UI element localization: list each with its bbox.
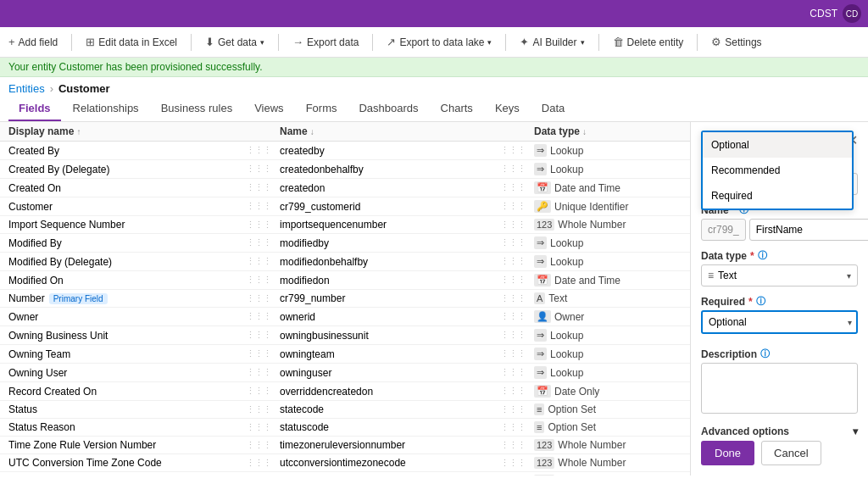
tab-data[interactable]: Data [531,97,575,121]
drag-handle-2[interactable]: ⋮⋮⋮ [500,348,534,359]
drag-handle[interactable]: ⋮⋮⋮ [246,422,280,433]
toolbar-separator-6 [598,34,599,51]
table-row[interactable]: Version Number ⋮⋮⋮ versionnumber ⋮⋮⋮ ###… [0,472,690,476]
table-row[interactable]: Owner ⋮⋮⋮ ownerid ⋮⋮⋮ 👤Owner Standard ✓ [0,308,690,326]
drag-handle-2[interactable]: ⋮⋮⋮ [500,220,534,231]
delete-entity-button[interactable]: 🗑 Delete entity [613,36,684,48]
info-required-icon[interactable]: ⓘ [756,295,765,308]
table-row[interactable]: UTC Conversion Time Zone Code ⋮⋮⋮ utccon… [0,454,690,472]
drag-handle[interactable]: ⋮⋮⋮ [246,201,280,212]
table-row[interactable]: Created By ⋮⋮⋮ createdby ⋮⋮⋮ ⇒Lookup Sta… [0,142,690,160]
add-field-button[interactable]: + Add field [8,36,58,48]
tab-keys[interactable]: Keys [485,97,530,121]
drag-handle-2[interactable]: ⋮⋮⋮ [500,145,534,156]
table-row[interactable]: Created By (Delegate) ⋮⋮⋮ createdonbehal… [0,160,690,179]
data-type-field[interactable]: ≡ Text ▾ [701,264,858,287]
export-data-button[interactable]: → Export data [292,36,359,48]
drag-handle[interactable]: ⋮⋮⋮ [246,330,280,341]
dropdown-optional[interactable]: Optional [703,132,852,158]
ai-builder-button[interactable]: ✦ AI Builder ▾ [520,36,584,48]
drag-handle[interactable]: ⋮⋮⋮ [246,440,280,451]
required-select[interactable]: Optional Recommended Required [701,310,858,334]
drag-handle[interactable]: ⋮⋮⋮ [246,348,280,359]
table-row[interactable]: Modified By (Delegate) ⋮⋮⋮ modifiedonbeh… [0,253,690,271]
tab-views[interactable]: Views [244,97,293,121]
export-lake-button[interactable]: ↗ Export to data lake ▾ [387,36,492,48]
drag-handle-2[interactable]: ⋮⋮⋮ [500,386,534,397]
table-row[interactable]: Status Reason ⋮⋮⋮ statuscode ⋮⋮⋮ ≡Option… [0,419,690,437]
drag-handle-2[interactable]: ⋮⋮⋮ [500,458,534,469]
drag-handle[interactable]: ⋮⋮⋮ [246,237,280,248]
info-dtype-icon[interactable]: ⓘ [758,249,767,262]
drag-handle[interactable]: ⋮⋮⋮ [246,404,280,415]
drag-handle[interactable]: ⋮⋮⋮ [246,476,280,476]
done-button[interactable]: Done [701,441,754,465]
table-row[interactable]: Modified By ⋮⋮⋮ modifiedby ⋮⋮⋮ ⇒Lookup S… [0,234,690,253]
drag-handle-2[interactable]: ⋮⋮⋮ [500,440,534,451]
settings-icon: ⚙ [711,36,721,48]
table-row[interactable]: NumberPrimary Field ⋮⋮⋮ cr799_number ⋮⋮⋮… [0,290,690,308]
drag-handle-2[interactable]: ⋮⋮⋮ [500,330,534,341]
table-row[interactable]: Owning Business Unit ⋮⋮⋮ owningbusinessu… [0,326,690,345]
drag-handle-2[interactable]: ⋮⋮⋮ [500,404,534,415]
dtype-icon: ⇒ [534,163,547,175]
table-row[interactable]: Modified On ⋮⋮⋮ modifiedon ⋮⋮⋮ 📅Date and… [0,271,690,290]
table-row[interactable]: Status ⋮⋮⋮ statecode ⋮⋮⋮ ≡Option Set Sta… [0,401,690,419]
cell-display-name: Import Sequence Number [8,219,246,231]
cancel-button[interactable]: Cancel [761,441,821,465]
drag-handle-2[interactable]: ⋮⋮⋮ [500,367,534,378]
drag-handle[interactable]: ⋮⋮⋮ [246,293,280,304]
table-row[interactable]: Time Zone Rule Version Number ⋮⋮⋮ timezo… [0,437,690,454]
get-data-icon: ⬇ [205,36,214,48]
col-data-type[interactable]: Data type ↓ [534,125,690,137]
tab-dashboards[interactable]: Dashboards [348,97,428,121]
drag-handle[interactable]: ⋮⋮⋮ [246,145,280,156]
avatar[interactable]: CD [843,4,861,23]
drag-handle[interactable]: ⋮⋮⋮ [246,256,280,267]
drag-handle[interactable]: ⋮⋮⋮ [246,275,280,286]
name-input[interactable] [749,219,868,241]
drag-handle-2[interactable]: ⋮⋮⋮ [500,275,534,286]
drag-handle[interactable]: ⋮⋮⋮ [246,386,280,397]
drag-handle-2[interactable]: ⋮⋮⋮ [500,256,534,267]
table-row[interactable]: Owning Team ⋮⋮⋮ owningteam ⋮⋮⋮ ⇒Lookup S… [0,345,690,364]
description-input[interactable] [701,363,858,414]
cell-display-name: Customer [8,201,246,213]
drag-handle-2[interactable]: ⋮⋮⋮ [500,164,534,175]
drag-handle-2[interactable]: ⋮⋮⋮ [500,311,534,322]
drag-handle-2[interactable]: ⋮⋮⋮ [500,422,534,433]
ai-icon: ✦ [520,36,529,48]
drag-handle[interactable]: ⋮⋮⋮ [246,311,280,322]
settings-button[interactable]: ⚙ Settings [711,36,761,48]
drag-handle[interactable]: ⋮⋮⋮ [246,458,280,469]
cell-display-name: Status Reason [8,421,246,433]
drag-handle[interactable]: ⋮⋮⋮ [246,164,280,175]
table-row[interactable]: Customer ⋮⋮⋮ cr799_customerid ⋮⋮⋮ 🔑Uniqu… [0,197,690,216]
dropdown-required[interactable]: Required [703,183,852,209]
table-row[interactable]: Import Sequence Number ⋮⋮⋮ importsequenc… [0,216,690,234]
drag-handle-2[interactable]: ⋮⋮⋮ [500,201,534,212]
tab-fields[interactable]: Fields [8,97,61,121]
col-name[interactable]: Name ↓ [280,125,500,137]
tab-charts[interactable]: Charts [431,97,483,121]
info-description-icon[interactable]: ⓘ [760,348,770,360]
table-row[interactable]: Record Created On ⋮⋮⋮ overriddencreatedo… [0,382,690,401]
table-row[interactable]: Owning User ⋮⋮⋮ owninguser ⋮⋮⋮ ⇒Lookup S… [0,364,690,382]
tab-business-rules[interactable]: Business rules [151,97,243,121]
drag-handle-2[interactable]: ⋮⋮⋮ [500,237,534,248]
edit-excel-button[interactable]: ⊞ Edit data in Excel [86,36,177,48]
dropdown-recommended[interactable]: Recommended [703,158,852,183]
advanced-options-toggle[interactable]: Advanced options ▾ [701,422,858,441]
drag-handle-2[interactable]: ⋮⋮⋮ [500,476,534,476]
drag-handle[interactable]: ⋮⋮⋮ [246,367,280,378]
drag-handle-2[interactable]: ⋮⋮⋮ [500,182,534,193]
drag-handle-2[interactable]: ⋮⋮⋮ [500,293,534,304]
drag-handle[interactable]: ⋮⋮⋮ [246,220,280,231]
get-data-button[interactable]: ⬇ Get data ▾ [205,36,264,48]
col-display-name[interactable]: Display name ↑ [8,125,246,137]
tab-relationships[interactable]: Relationships [63,97,149,121]
drag-handle[interactable]: ⋮⋮⋮ [246,182,280,193]
table-row[interactable]: Created On ⋮⋮⋮ createdon ⋮⋮⋮ 📅Date and T… [0,179,690,197]
breadcrumb-entities[interactable]: Entities [8,82,45,95]
tab-forms[interactable]: Forms [296,97,348,121]
